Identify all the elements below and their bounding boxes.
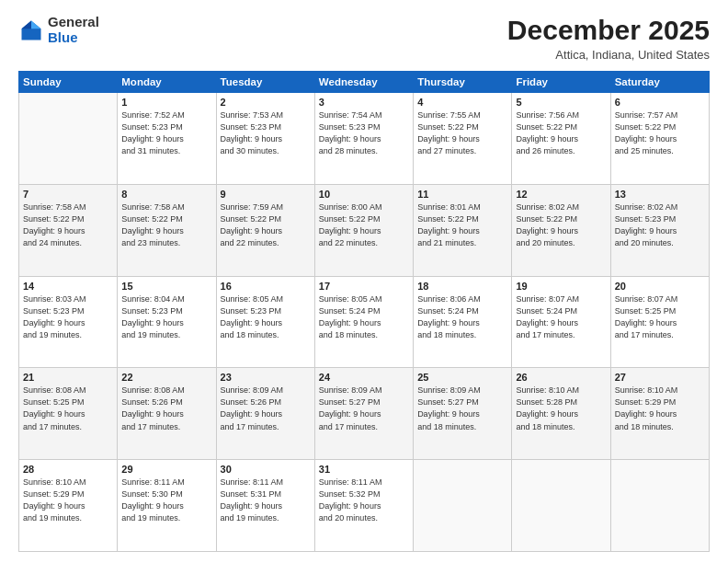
calendar-table: SundayMondayTuesdayWednesdayThursdayFrid… xyxy=(18,71,710,552)
day-number: 27 xyxy=(615,372,705,383)
day-number: 18 xyxy=(417,281,507,292)
day-info: Sunrise: 8:07 AM Sunset: 5:24 PM Dayligh… xyxy=(516,293,606,341)
day-number: 4 xyxy=(417,97,507,108)
day-info: Sunrise: 7:52 AM Sunset: 5:23 PM Dayligh… xyxy=(121,109,211,157)
calendar-day-cell: 31Sunrise: 8:11 AM Sunset: 5:32 PM Dayli… xyxy=(314,460,413,552)
day-number: 8 xyxy=(121,189,211,200)
svg-marker-1 xyxy=(31,20,41,29)
day-number: 9 xyxy=(221,189,311,200)
calendar-day-cell: 3Sunrise: 7:54 AM Sunset: 5:23 PM Daylig… xyxy=(314,93,413,185)
day-info: Sunrise: 8:04 AM Sunset: 5:23 PM Dayligh… xyxy=(121,293,211,341)
day-number: 10 xyxy=(319,189,409,200)
calendar-day-cell: 23Sunrise: 8:09 AM Sunset: 5:26 PM Dayli… xyxy=(216,368,314,460)
day-number: 7 xyxy=(23,189,113,200)
calendar-day-cell: 8Sunrise: 7:58 AM Sunset: 5:22 PM Daylig… xyxy=(118,184,216,276)
calendar-day-cell: 26Sunrise: 8:10 AM Sunset: 5:28 PM Dayli… xyxy=(512,368,610,460)
day-number: 2 xyxy=(221,97,311,108)
logo-general-text: General xyxy=(48,15,99,30)
day-info: Sunrise: 8:11 AM Sunset: 5:31 PM Dayligh… xyxy=(221,477,311,524)
calendar-day-cell: 4Sunrise: 7:55 AM Sunset: 5:22 PM Daylig… xyxy=(414,93,512,185)
day-number: 19 xyxy=(516,281,606,292)
day-number: 17 xyxy=(319,281,409,292)
calendar-day-cell: 19Sunrise: 8:07 AM Sunset: 5:24 PM Dayli… xyxy=(512,276,610,368)
day-number: 11 xyxy=(417,189,507,200)
calendar-day-header: Tuesday xyxy=(216,72,314,93)
calendar-week-row: 21Sunrise: 8:08 AM Sunset: 5:25 PM Dayli… xyxy=(19,368,710,460)
day-info: Sunrise: 8:10 AM Sunset: 5:29 PM Dayligh… xyxy=(23,477,113,524)
subtitle: Attica, Indiana, United States xyxy=(507,48,710,62)
calendar-day-header: Sunday xyxy=(19,72,118,93)
calendar-day-cell: 15Sunrise: 8:04 AM Sunset: 5:23 PM Dayli… xyxy=(118,276,216,368)
calendar-day-cell: 25Sunrise: 8:09 AM Sunset: 5:27 PM Dayli… xyxy=(414,368,512,460)
day-info: Sunrise: 7:59 AM Sunset: 5:22 PM Dayligh… xyxy=(221,201,311,249)
day-info: Sunrise: 7:57 AM Sunset: 5:22 PM Dayligh… xyxy=(615,109,705,157)
calendar-day-cell: 6Sunrise: 7:57 AM Sunset: 5:22 PM Daylig… xyxy=(610,93,709,185)
day-number: 23 xyxy=(221,372,311,383)
day-info: Sunrise: 8:02 AM Sunset: 5:23 PM Dayligh… xyxy=(615,201,705,249)
day-number: 20 xyxy=(615,281,705,292)
day-info: Sunrise: 7:58 AM Sunset: 5:22 PM Dayligh… xyxy=(121,201,211,249)
day-number: 13 xyxy=(615,189,705,200)
day-number: 24 xyxy=(319,372,409,383)
calendar-day-cell: 17Sunrise: 8:05 AM Sunset: 5:24 PM Dayli… xyxy=(314,276,413,368)
svg-marker-2 xyxy=(22,20,32,29)
day-info: Sunrise: 8:02 AM Sunset: 5:22 PM Dayligh… xyxy=(516,201,606,249)
calendar-day-cell xyxy=(19,93,118,185)
day-info: Sunrise: 8:10 AM Sunset: 5:29 PM Dayligh… xyxy=(615,385,705,432)
title-block: December 2025 Attica, Indiana, United St… xyxy=(507,15,710,62)
calendar-day-header: Saturday xyxy=(610,72,709,93)
day-info: Sunrise: 8:08 AM Sunset: 5:26 PM Dayligh… xyxy=(121,385,211,432)
day-info: Sunrise: 8:08 AM Sunset: 5:25 PM Dayligh… xyxy=(23,385,113,432)
day-info: Sunrise: 8:07 AM Sunset: 5:25 PM Dayligh… xyxy=(615,293,705,341)
calendar-day-cell: 30Sunrise: 8:11 AM Sunset: 5:31 PM Dayli… xyxy=(216,460,314,552)
main-title: December 2025 xyxy=(507,15,710,46)
day-info: Sunrise: 8:01 AM Sunset: 5:22 PM Dayligh… xyxy=(417,201,507,249)
calendar-day-cell: 29Sunrise: 8:11 AM Sunset: 5:30 PM Dayli… xyxy=(118,460,216,552)
day-number: 6 xyxy=(615,97,705,108)
calendar-day-cell: 28Sunrise: 8:10 AM Sunset: 5:29 PM Dayli… xyxy=(19,460,118,552)
calendar-day-cell xyxy=(512,460,610,552)
page: General Blue December 2025 Attica, India… xyxy=(0,0,728,563)
day-info: Sunrise: 7:56 AM Sunset: 5:22 PM Dayligh… xyxy=(516,109,606,157)
calendar-day-cell xyxy=(610,460,709,552)
calendar-day-header: Wednesday xyxy=(314,72,413,93)
day-info: Sunrise: 7:55 AM Sunset: 5:22 PM Dayligh… xyxy=(417,109,507,157)
calendar-day-cell: 10Sunrise: 8:00 AM Sunset: 5:22 PM Dayli… xyxy=(314,184,413,276)
day-info: Sunrise: 8:05 AM Sunset: 5:24 PM Dayligh… xyxy=(319,293,409,341)
day-info: Sunrise: 8:06 AM Sunset: 5:24 PM Dayligh… xyxy=(417,293,507,341)
day-info: Sunrise: 8:11 AM Sunset: 5:30 PM Dayligh… xyxy=(121,477,211,524)
logo-icon xyxy=(18,17,44,43)
day-number: 14 xyxy=(23,281,113,292)
calendar-day-cell: 16Sunrise: 8:05 AM Sunset: 5:23 PM Dayli… xyxy=(216,276,314,368)
day-info: Sunrise: 8:10 AM Sunset: 5:28 PM Dayligh… xyxy=(516,385,606,432)
day-info: Sunrise: 7:53 AM Sunset: 5:23 PM Dayligh… xyxy=(221,109,311,157)
calendar-day-cell: 14Sunrise: 8:03 AM Sunset: 5:23 PM Dayli… xyxy=(19,276,118,368)
day-number: 16 xyxy=(221,281,311,292)
calendar-day-cell: 27Sunrise: 8:10 AM Sunset: 5:29 PM Dayli… xyxy=(610,368,709,460)
header: General Blue December 2025 Attica, India… xyxy=(18,15,710,62)
calendar-day-header: Monday xyxy=(118,72,216,93)
day-info: Sunrise: 8:09 AM Sunset: 5:27 PM Dayligh… xyxy=(417,385,507,432)
day-number: 15 xyxy=(121,281,211,292)
calendar-day-cell: 2Sunrise: 7:53 AM Sunset: 5:23 PM Daylig… xyxy=(216,93,314,185)
calendar-day-cell: 13Sunrise: 8:02 AM Sunset: 5:23 PM Dayli… xyxy=(610,184,709,276)
calendar-week-row: 14Sunrise: 8:03 AM Sunset: 5:23 PM Dayli… xyxy=(19,276,710,368)
day-info: Sunrise: 8:09 AM Sunset: 5:26 PM Dayligh… xyxy=(221,385,311,432)
calendar-header-row: SundayMondayTuesdayWednesdayThursdayFrid… xyxy=(19,72,710,93)
calendar-week-row: 1Sunrise: 7:52 AM Sunset: 5:23 PM Daylig… xyxy=(19,93,710,185)
day-number: 5 xyxy=(516,97,606,108)
calendar-day-header: Friday xyxy=(512,72,610,93)
day-number: 22 xyxy=(121,372,211,383)
day-number: 29 xyxy=(121,464,211,475)
calendar-day-cell: 1Sunrise: 7:52 AM Sunset: 5:23 PM Daylig… xyxy=(118,93,216,185)
day-number: 3 xyxy=(319,97,409,108)
day-number: 25 xyxy=(417,372,507,383)
day-info: Sunrise: 8:00 AM Sunset: 5:22 PM Dayligh… xyxy=(319,201,409,249)
calendar-day-cell xyxy=(414,460,512,552)
day-info: Sunrise: 7:54 AM Sunset: 5:23 PM Dayligh… xyxy=(319,109,409,157)
calendar-day-cell: 11Sunrise: 8:01 AM Sunset: 5:22 PM Dayli… xyxy=(414,184,512,276)
day-number: 31 xyxy=(319,464,409,475)
day-number: 12 xyxy=(516,189,606,200)
day-number: 26 xyxy=(516,372,606,383)
day-info: Sunrise: 8:03 AM Sunset: 5:23 PM Dayligh… xyxy=(23,293,113,341)
